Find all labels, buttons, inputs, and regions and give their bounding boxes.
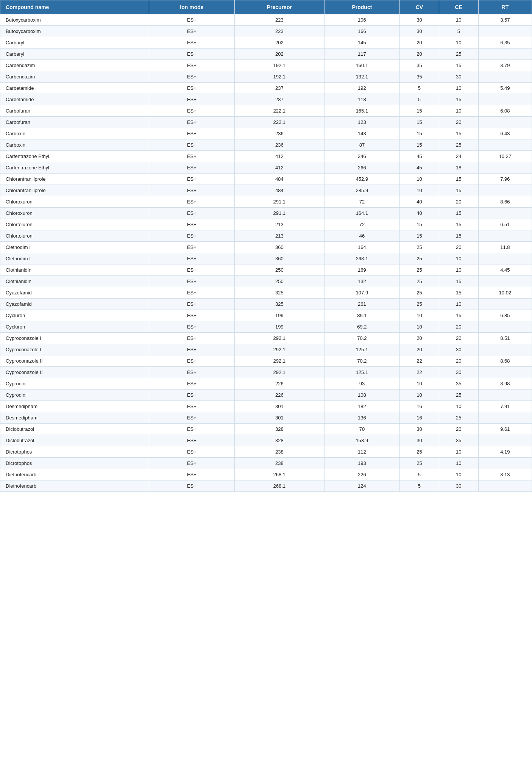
- table-cell: 15: [399, 128, 439, 139]
- table-cell: [478, 367, 532, 378]
- header-ion-mode: Ion mode: [149, 0, 235, 14]
- table-row: ButoxycarboximES+223166305: [0, 26, 532, 37]
- table-row: CarbarylES+2021172025: [0, 48, 532, 60]
- table-cell: 9.61: [478, 424, 532, 435]
- table-cell: 10: [439, 446, 478, 458]
- table-body: ButoxycarboximES+22310630103.57Butoxycar…: [0, 14, 532, 492]
- table-cell: 346: [324, 151, 399, 162]
- table-cell: ES+: [149, 48, 235, 60]
- table-cell: Diclobutrazol: [0, 424, 149, 435]
- table-cell: 30: [399, 435, 439, 446]
- table-cell: ES+: [149, 230, 235, 242]
- table-cell: 70.2: [324, 355, 399, 367]
- table-cell: 301: [234, 412, 324, 424]
- table-cell: 328: [234, 435, 324, 446]
- table-cell: 20: [439, 424, 478, 435]
- table-cell: ES+: [149, 162, 235, 174]
- table-cell: 202: [234, 48, 324, 60]
- table-row: CarboxinES+236871525: [0, 139, 532, 151]
- table-cell: ES+: [149, 83, 235, 94]
- table-cell: 325: [234, 287, 324, 299]
- table-row: CarbetamideES+2371925105.49: [0, 83, 532, 94]
- table-cell: 123: [324, 117, 399, 128]
- table-cell: 15: [439, 230, 478, 242]
- table-cell: Chlortoluron: [0, 230, 149, 242]
- table-cell: [478, 321, 532, 333]
- table-cell: ES+: [149, 276, 235, 287]
- table-cell: 10: [399, 390, 439, 401]
- table-cell: ES+: [149, 390, 235, 401]
- table-row: DicrotophosES+23811225104.19: [0, 446, 532, 458]
- table-row: CarbofuranES+222.1165.115106.08: [0, 105, 532, 117]
- table-cell: Butoxycarboxim: [0, 26, 149, 37]
- table-cell: 291.1: [234, 196, 324, 208]
- table-cell: 5.49: [478, 83, 532, 94]
- table-cell: 164: [324, 242, 399, 253]
- table-cell: Chlortoluron: [0, 219, 149, 230]
- table-cell: 46: [324, 230, 399, 242]
- table-cell: 6.85: [478, 310, 532, 321]
- table-cell: 35: [439, 378, 478, 390]
- table-cell: 15: [439, 287, 478, 299]
- table-cell: 25: [399, 446, 439, 458]
- table-cell: 11.8: [478, 242, 532, 253]
- table-cell: 6.08: [478, 105, 532, 117]
- table-cell: Dicrotophos: [0, 458, 149, 469]
- table-row: Clethodim IES+360268.12510: [0, 253, 532, 264]
- table-cell: 93: [324, 378, 399, 390]
- table-cell: 25: [439, 48, 478, 60]
- table-cell: 160.1: [324, 60, 399, 71]
- table-cell: 10: [399, 310, 439, 321]
- table-row: ClothianidinES+25016925104.45: [0, 264, 532, 276]
- table-cell: [478, 299, 532, 310]
- table-cell: 4.19: [478, 446, 532, 458]
- table-cell: ES+: [149, 174, 235, 185]
- table-cell: Cyproconazole II: [0, 355, 149, 367]
- table-row: CyazofamidES+325107.9251510.02: [0, 287, 532, 299]
- table-cell: ES+: [149, 151, 235, 162]
- table-cell: 30: [439, 71, 478, 83]
- table-cell: 20: [399, 37, 439, 48]
- table-row: ChlorantraniliproleES+484452.910157.96: [0, 174, 532, 185]
- table-row: ChlortoluronES+2137215156.51: [0, 219, 532, 230]
- table-cell: Cyazofamid: [0, 287, 149, 299]
- table-cell: 35: [399, 71, 439, 83]
- table-cell: Carbofuran: [0, 105, 149, 117]
- table-row: ButoxycarboximES+22310630103.57: [0, 14, 532, 26]
- table-cell: Chlorantraniliprole: [0, 174, 149, 185]
- table-row: CycluronES+19989.110156.85: [0, 310, 532, 321]
- table-row: ChlorantraniliproleES+484285.91015: [0, 185, 532, 196]
- table-cell: 15: [399, 139, 439, 151]
- table-cell: 15: [439, 174, 478, 185]
- table-cell: Carfentrazone Ethyl: [0, 162, 149, 174]
- table-cell: ES+: [149, 446, 235, 458]
- table-row: ChloroxuronES+291.17240208.66: [0, 196, 532, 208]
- table-cell: 165.1: [324, 105, 399, 117]
- table-cell: [478, 412, 532, 424]
- table-cell: 25: [439, 390, 478, 401]
- table-cell: 30: [399, 424, 439, 435]
- table-cell: [478, 117, 532, 128]
- table-row: CyazofamidES+3252612510: [0, 299, 532, 310]
- table-cell: [478, 253, 532, 264]
- table-cell: ES+: [149, 401, 235, 412]
- table-cell: 238: [234, 458, 324, 469]
- table-cell: 268.1: [234, 469, 324, 480]
- header-cv: CV: [399, 0, 439, 14]
- table-cell: 89.1: [324, 310, 399, 321]
- table-cell: Carboxin: [0, 139, 149, 151]
- table-cell: 3.57: [478, 14, 532, 26]
- table-cell: Cyproconazole I: [0, 344, 149, 355]
- table-cell: 8.13: [478, 469, 532, 480]
- table-cell: 452.9: [324, 174, 399, 185]
- table-cell: ES+: [149, 321, 235, 333]
- table-cell: 199: [234, 321, 324, 333]
- table-cell: 15: [439, 276, 478, 287]
- table-cell: ES+: [149, 60, 235, 71]
- table-cell: 237: [234, 94, 324, 105]
- table-cell: 7.91: [478, 401, 532, 412]
- table-cell: 132: [324, 276, 399, 287]
- table-cell: 25: [399, 458, 439, 469]
- table-cell: ES+: [149, 242, 235, 253]
- table-cell: 20: [439, 321, 478, 333]
